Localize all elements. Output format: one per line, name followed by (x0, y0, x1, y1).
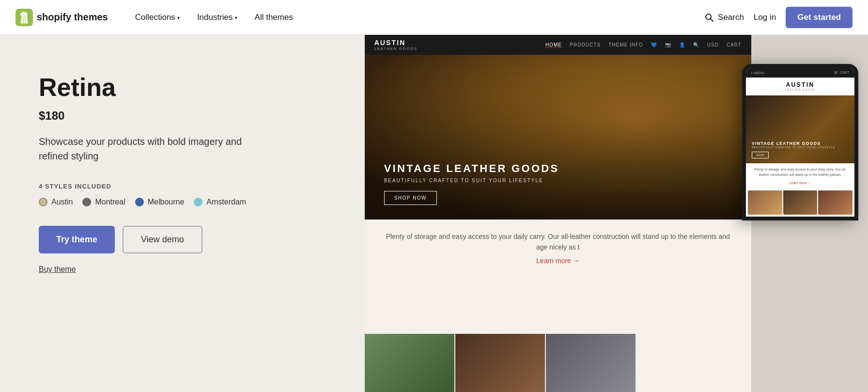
logo[interactable]: shopify themes (16, 9, 108, 26)
mobile-thumb-1 (748, 190, 782, 215)
austin-dot (39, 198, 47, 206)
nav-industries[interactable]: Industries ▾ (189, 9, 245, 26)
mobile-learn-more: Learn more → (746, 181, 854, 188)
store-learn-more[interactable]: Learn more → (384, 257, 732, 265)
svg-line-2 (711, 19, 713, 21)
style-amsterdam[interactable]: Amsterdam (194, 198, 246, 206)
mobile-frame: ≡ MENU 🛒 CART AUSTIN LEATHER GOODS VINTA… (742, 64, 858, 220)
style-montreal[interactable]: Montreal (82, 198, 125, 206)
bottom-image-strip (365, 334, 636, 392)
hero-shop-button: SHOP NOW (384, 191, 437, 205)
nav-collections[interactable]: Collections ▾ (127, 9, 187, 26)
hero-subtitle: BEAUTIFULLY CRAFTED TO SUIT YOUR LIFESTY… (384, 178, 559, 183)
view-demo-button[interactable]: View demo (123, 226, 202, 253)
mobile-topbar: ≡ MENU 🛒 CART (746, 68, 854, 78)
theme-preview-panel: AUSTIN LEATHER GOODS HOME PRODUCTS THEME… (365, 35, 868, 392)
theme-title: Retina (39, 74, 336, 101)
preview-container: AUSTIN LEATHER GOODS HOME PRODUCTS THEME… (365, 35, 868, 392)
strip-image-3 (546, 334, 636, 392)
buy-theme-link[interactable]: Buy theme (39, 265, 336, 274)
theme-description: Showcase your products with bold imagery… (39, 134, 242, 163)
strip-image-2 (455, 334, 545, 392)
mobile-screen: ≡ MENU 🛒 CART AUSTIN LEATHER GOODS VINTA… (746, 68, 854, 217)
store-nav-logo: AUSTIN LEATHER GOODS (374, 39, 418, 51)
store-tagline: Plenty of storage and easy access to you… (384, 231, 732, 253)
navigation: shopify themes Collections ▾ Industries … (0, 0, 868, 35)
hero-title: VINTAGE LEATHER GOODS (384, 162, 559, 175)
mobile-preview: ≡ MENU 🛒 CART AUSTIN LEATHER GOODS VINTA… (742, 64, 868, 392)
chevron-down-icon: ▾ (177, 15, 180, 20)
nav-links: Collections ▾ Industries ▾ All themes (127, 9, 704, 26)
style-selector: Austin Montreal Melbourne Amsterdam (39, 198, 336, 206)
store-text-section: Plenty of storage and easy access to you… (365, 220, 751, 272)
shopify-logo-icon (16, 9, 33, 26)
chevron-down-icon: ▾ (235, 15, 237, 20)
mobile-thumb-row (746, 188, 854, 217)
theme-info-panel: Retina $180 Showcase your products with … (0, 35, 365, 392)
styles-label: 4 STYLES INCLUDED (39, 183, 336, 190)
style-melbourne[interactable]: Melbourne (135, 198, 185, 206)
mobile-hero-subtitle: BEAUTIFULLY CRAFTED TO SUIT YOUR LIFESTY… (752, 146, 835, 149)
main-content: Retina $180 Showcase your products with … (0, 35, 868, 392)
get-started-button[interactable]: Get started (786, 7, 852, 28)
search-button[interactable]: Search (704, 13, 744, 22)
mobile-hero-content: VINTAGE LEATHER GOODS BEAUTIFULLY CRAFTE… (746, 136, 841, 163)
mobile-hero-title: VINTAGE LEATHER GOODS (752, 141, 835, 146)
action-buttons: Try theme View demo (39, 226, 336, 253)
melbourne-dot (135, 198, 144, 206)
hero-content: VINTAGE LEATHER GOODS BEAUTIFULLY CRAFTE… (365, 148, 579, 220)
desktop-preview: AUSTIN LEATHER GOODS HOME PRODUCTS THEME… (365, 35, 752, 392)
logo-text: shopify themes (37, 12, 108, 23)
mobile-thumb-3 (818, 190, 852, 215)
search-icon (704, 13, 714, 22)
strip-image-1 (365, 334, 454, 392)
store-nav: AUSTIN LEATHER GOODS HOME PRODUCTS THEME… (365, 35, 751, 55)
style-austin[interactable]: Austin (39, 198, 73, 206)
store-hero: VINTAGE LEATHER GOODS BEAUTIFULLY CRAFTE… (365, 55, 751, 220)
theme-price: $180 (39, 109, 336, 123)
mobile-hero: VINTAGE LEATHER GOODS BEAUTIFULLY CRAFTE… (746, 95, 854, 163)
store-nav-links: HOME PRODUCTS THEME INFO 💙📷👤🔍 USD CART (545, 42, 742, 48)
mobile-hero-button: SHOP (752, 152, 769, 158)
nav-right: Search Log in Get started (704, 7, 852, 28)
amsterdam-dot (194, 198, 202, 206)
try-theme-button[interactable]: Try theme (39, 226, 115, 253)
mobile-thumb-2 (783, 190, 818, 215)
mobile-text-section: Plenty of storage and easy access to you… (746, 163, 854, 181)
login-button[interactable]: Log in (754, 13, 776, 22)
mobile-store-logo: AUSTIN LEATHER GOODS (746, 78, 854, 95)
nav-all-themes[interactable]: All themes (247, 9, 301, 26)
montreal-dot (82, 198, 91, 206)
